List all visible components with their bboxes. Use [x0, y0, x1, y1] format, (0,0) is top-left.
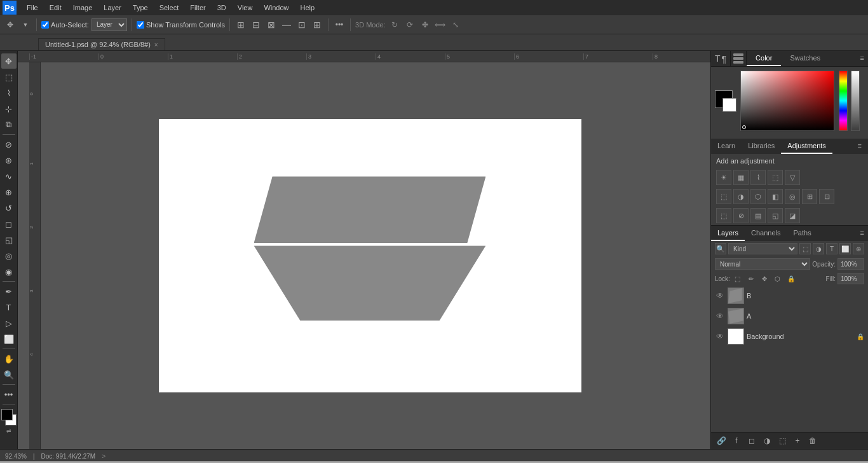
opacity-input[interactable] [837, 258, 864, 270]
tab-close-button[interactable]: × [154, 41, 158, 48]
channelmix-adj-icon[interactable]: ⊞ [802, 189, 817, 204]
blur-tool[interactable]: ◎ [1, 248, 17, 263]
selectcolor-adj-icon[interactable]: ◱ [768, 208, 783, 223]
document-tab[interactable]: Untitled-1.psd @ 92.4% (RGB/8#) × [38, 38, 165, 50]
swap-colors-icon[interactable]: ⇌ [6, 427, 11, 434]
menu-select[interactable]: Select [154, 3, 184, 13]
menu-window[interactable]: Window [259, 3, 294, 13]
align-right-icon[interactable]: ⊠ [265, 18, 278, 31]
fill-input[interactable] [837, 273, 864, 284]
pen-tool[interactable]: ✒ [1, 284, 17, 299]
align-top-icon[interactable]: — [280, 18, 293, 31]
bg-color-box[interactable] [722, 98, 736, 112]
color-selector[interactable] [1, 409, 17, 427]
add-style-button[interactable]: f [730, 434, 743, 447]
channels-tab[interactable]: Channels [745, 226, 787, 241]
filter-adj-icon[interactable]: ◑ [813, 243, 824, 254]
curves-adj-icon[interactable]: ⌇ [750, 170, 766, 185]
auto-select-dropdown[interactable]: Layer Group [92, 18, 127, 31]
delete-layer-button[interactable]: 🗑 [806, 434, 819, 447]
swatches-tab[interactable]: Swatches [781, 51, 829, 66]
crop-tool[interactable]: ⧉ [1, 117, 17, 132]
menu-layer[interactable]: Layer [98, 3, 126, 13]
align-left-icon[interactable]: ⊞ [234, 18, 247, 31]
threshold-adj-icon[interactable]: ▤ [750, 208, 766, 223]
healing-tool[interactable]: ⊛ [1, 153, 17, 168]
learn-tab[interactable]: Learn [711, 139, 742, 154]
adj-panel-menu[interactable]: ≡ [851, 139, 868, 154]
show-transform-checkbox[interactable] [137, 21, 144, 29]
auto-select-option[interactable]: Auto-Select: [41, 21, 89, 29]
levels-adj-icon[interactable]: ▦ [733, 170, 749, 185]
new-adjustment-button[interactable]: ◑ [761, 434, 773, 447]
layers-tab[interactable]: Layers [711, 226, 745, 241]
add-mask-button[interactable]: ◻ [745, 434, 758, 447]
blend-mode-select[interactable]: Normal Dissolve Multiply Screen Overlay [715, 258, 810, 270]
menu-file[interactable]: File [22, 3, 43, 13]
status-arrow[interactable]: > [102, 453, 105, 460]
lasso-tool[interactable]: ⌇ [1, 85, 17, 100]
layer-kind-select[interactable]: Kind Name Effect Mode Attribute Color Sm… [728, 243, 797, 254]
move-tool[interactable]: ✥ [1, 53, 17, 69]
vibrance-adj-icon[interactable]: ⬚ [716, 189, 731, 204]
filter-type-icon[interactable]: T [826, 243, 837, 254]
new-layer-button[interactable]: + [791, 434, 804, 447]
hue-slider[interactable] [839, 71, 848, 131]
colorlookup-adj-icon[interactable]: ⊡ [819, 189, 834, 204]
hand-tool[interactable]: ✋ [1, 351, 17, 366]
lock-transparent-icon[interactable]: ⬚ [732, 273, 743, 284]
3d-scale-icon[interactable]: ⤡ [449, 18, 462, 31]
colorbalance-adj-icon[interactable]: ⬡ [750, 189, 766, 204]
clone-stamp-tool[interactable]: ⊕ [1, 184, 17, 200]
menu-help[interactable]: Help [295, 3, 320, 13]
link-layers-button[interactable]: 🔗 [715, 434, 728, 447]
3d-pan-icon[interactable]: ✤ [419, 18, 431, 31]
exposure-adj-icon[interactable]: ⬚ [768, 170, 783, 185]
eyedropper-tool[interactable]: ⊘ [1, 137, 17, 152]
color-panel-menu[interactable]: ≡ [857, 51, 868, 66]
zoom-tool[interactable]: 🔍 [1, 367, 17, 382]
brush-tool[interactable]: ∿ [1, 169, 17, 184]
menu-edit[interactable]: Edit [44, 3, 67, 13]
menu-3d[interactable]: 3D [212, 3, 231, 13]
filter-pixel-icon[interactable]: ⬚ [799, 243, 811, 254]
filter-smart-icon[interactable]: ⊛ [853, 243, 864, 254]
brightness-adj-icon[interactable]: ☀ [716, 170, 731, 185]
color-picker-gradient[interactable] [740, 71, 834, 131]
filter-adj-icon[interactable]: ▽ [785, 170, 800, 185]
layer-b-visibility[interactable]: 👁 [715, 291, 725, 301]
gradient-tool[interactable]: ◱ [1, 232, 17, 247]
more-options-icon[interactable]: ••• [333, 18, 346, 31]
photofilter-adj-icon[interactable]: ◎ [785, 189, 800, 204]
paths-tab[interactable]: Paths [787, 226, 818, 241]
type-tool[interactable]: T [1, 300, 17, 315]
new-group-button[interactable]: ⬚ [776, 434, 789, 447]
eraser-tool[interactable]: ◻ [1, 216, 17, 232]
filter-shape-icon[interactable]: ⬜ [839, 243, 851, 254]
layer-row-background[interactable]: 👁 Background 🔒 [711, 326, 868, 347]
layers-panel-menu[interactable]: ≡ [857, 226, 868, 241]
3d-roll-icon[interactable]: ⟳ [403, 18, 416, 31]
gradient-map-adj-icon[interactable]: ◪ [785, 208, 800, 223]
posterize-adj-icon[interactable]: ⊘ [733, 208, 749, 223]
align-center-v-icon[interactable]: ⊡ [295, 18, 308, 31]
path-selection-tool[interactable]: ▷ [1, 315, 17, 331]
layer-a-visibility[interactable]: 👁 [715, 311, 725, 321]
menu-filter[interactable]: Filter [185, 3, 210, 13]
3d-slide-icon[interactable]: ⟺ [434, 18, 447, 31]
auto-select-checkbox[interactable] [41, 21, 49, 29]
libraries-tab[interactable]: Libraries [742, 139, 781, 154]
alpha-slider[interactable] [851, 71, 860, 131]
extra-tools[interactable]: ••• [1, 387, 17, 402]
lock-position-icon[interactable]: ✥ [759, 273, 770, 284]
marquee-tool[interactable]: ⬚ [1, 69, 17, 85]
history-brush-tool[interactable]: ↺ [1, 200, 17, 216]
align-bottom-icon[interactable]: ⊞ [311, 18, 323, 31]
menu-type[interactable]: Type [128, 3, 153, 13]
layer-row-b[interactable]: 👁 B [711, 286, 868, 306]
quick-select-tool[interactable]: ⊹ [1, 101, 17, 116]
dodge-tool[interactable]: ◉ [1, 264, 17, 279]
adjustments-tab[interactable]: Adjustments [781, 139, 832, 154]
align-center-h-icon[interactable]: ⊟ [250, 18, 262, 31]
foreground-color-swatch[interactable] [1, 409, 13, 420]
